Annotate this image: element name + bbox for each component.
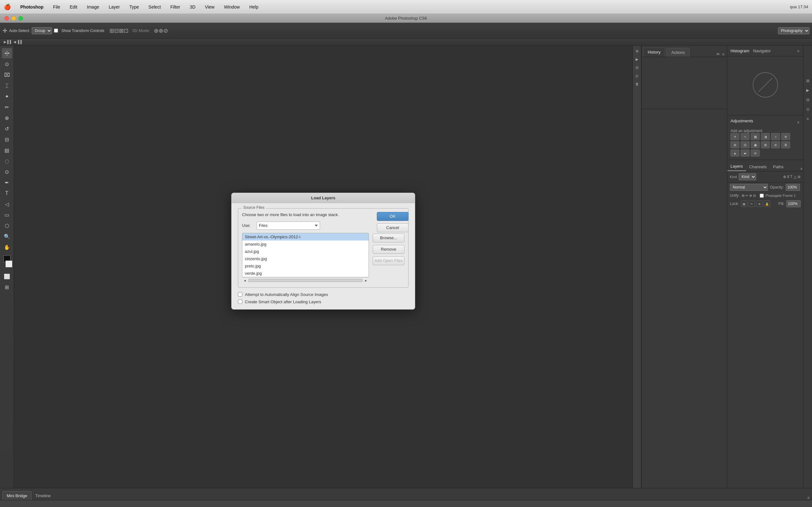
ok-button[interactable]: OK xyxy=(377,212,409,221)
layers-kind-select[interactable]: Kind xyxy=(739,173,756,180)
close-button[interactable] xyxy=(4,16,9,20)
adj-color-balance[interactable]: ⊞ xyxy=(730,141,740,148)
tool-hand[interactable]: ✋ xyxy=(2,242,12,252)
minimize-button[interactable] xyxy=(11,16,16,20)
tool-stamp[interactable]: ⊕ xyxy=(2,113,12,123)
mini-bar-btn-2[interactable]: ▶ xyxy=(804,87,811,94)
list-item[interactable]: amarelo.jpg xyxy=(242,240,368,248)
tool-eyedropper[interactable]: ⌶ xyxy=(2,80,12,91)
menu-edit[interactable]: Edit xyxy=(68,4,79,10)
tool-screen-mode[interactable]: ⊞ xyxy=(2,282,12,292)
strip-btn-3[interactable]: ⊟ xyxy=(633,64,641,71)
strip-btn-4[interactable]: ◎ xyxy=(633,72,641,79)
mini-bar-btn-5[interactable]: ≡ xyxy=(804,115,811,122)
background-color[interactable] xyxy=(5,261,12,268)
add-open-files-button[interactable]: Add Open Files xyxy=(373,257,404,265)
list-item[interactable]: Street-Art-vs.-Olympics-2012-i xyxy=(242,233,368,240)
adj-channel-mixer[interactable]: ⊠ xyxy=(761,141,770,148)
list-item[interactable]: verde.jpg xyxy=(242,270,368,277)
propagate-frame-checkbox[interactable] xyxy=(760,193,764,198)
file-list[interactable]: Street-Art-vs.-Olympics-2012-i amarelo.j… xyxy=(242,233,369,277)
tab-actions[interactable]: Actions xyxy=(666,48,690,57)
tool-text[interactable]: T xyxy=(2,188,12,199)
tool-gradient[interactable]: ▤ xyxy=(2,145,12,155)
apple-menu[interactable]: 🍎 xyxy=(4,3,11,10)
tab-navigator[interactable]: Navigator xyxy=(753,49,771,53)
tool-dodge[interactable]: ⊙ xyxy=(2,167,12,177)
tab-channels[interactable]: Channels xyxy=(746,163,770,171)
tab-histogram[interactable]: Histogram xyxy=(730,49,749,53)
list-item[interactable]: azul.jpg xyxy=(242,248,368,255)
menu-layer[interactable]: Layer xyxy=(107,4,122,10)
adj-gradient-map[interactable]: ▰ xyxy=(741,150,750,157)
menu-select[interactable]: Select xyxy=(147,4,163,10)
tool-brush[interactable]: ✏ xyxy=(2,102,12,112)
tool-pen[interactable]: ✒ xyxy=(2,177,12,187)
use-select[interactable]: Files Folder Open Files xyxy=(257,222,320,230)
lock-pixels-icon[interactable]: ✏ xyxy=(749,201,755,207)
list-item[interactable]: cinzento.jpg xyxy=(242,255,368,262)
tab-history[interactable]: History xyxy=(643,48,665,57)
strip-btn-2[interactable]: ▶ xyxy=(633,56,641,63)
file-scrollbar[interactable]: ◄ ► xyxy=(242,277,369,284)
smart-object-checkbox[interactable] xyxy=(238,299,242,304)
tool-path-select[interactable]: ◁ xyxy=(2,199,12,209)
maximize-button[interactable] xyxy=(18,16,23,20)
lock-transparent-icon[interactable]: ▦ xyxy=(741,201,747,207)
fill-input[interactable] xyxy=(786,200,801,207)
scroll-track[interactable] xyxy=(248,279,362,282)
adj-posterize[interactable]: ≣ xyxy=(781,141,790,148)
adj-invert[interactable]: ⊛ xyxy=(771,141,780,148)
mini-bar-btn-1[interactable]: ⊞ xyxy=(804,77,811,84)
menu-filter[interactable]: Filter xyxy=(168,4,182,10)
remove-button[interactable]: Remove xyxy=(373,245,404,254)
auto-align-label[interactable]: Attempt to Automatically Align Source Im… xyxy=(245,292,328,297)
menu-file[interactable]: File xyxy=(51,4,62,10)
tool-history-brush[interactable]: ↺ xyxy=(2,124,12,134)
menu-window[interactable]: Window xyxy=(222,4,242,10)
tool-eraser[interactable]: ⊟ xyxy=(2,134,12,145)
adj-levels[interactable]: ▦ xyxy=(751,133,760,140)
panel-menu-icon[interactable]: ≡ xyxy=(722,52,725,57)
blend-mode-select[interactable]: Normal Multiply Screen xyxy=(730,184,768,191)
tool-zoom[interactable]: 🔍 xyxy=(2,231,12,241)
tool-quickmask[interactable]: ⬜ xyxy=(2,271,12,281)
strip-btn-1[interactable]: ⊞ xyxy=(633,48,641,55)
adj-hsl[interactable]: ⊕ xyxy=(781,133,790,140)
tab-paths[interactable]: Paths xyxy=(770,163,786,171)
adj-bw[interactable]: ⊟ xyxy=(741,141,750,148)
tool-lasso[interactable]: ⊙ xyxy=(2,59,12,69)
tab-timeline[interactable]: Timeline xyxy=(32,492,55,500)
scroll-left-btn[interactable]: ◄ xyxy=(243,279,247,282)
strip-btn-5[interactable]: 🗑 xyxy=(633,80,641,88)
tool-move[interactable] xyxy=(2,48,12,58)
tool-crop[interactable]: ⌧ xyxy=(2,70,12,80)
scroll-right-btn[interactable]: ► xyxy=(364,279,368,282)
menu-view[interactable]: View xyxy=(203,4,216,10)
tab-mini-bridge[interactable]: Mini Bridge xyxy=(3,491,32,500)
mini-bar-btn-3[interactable]: ⊟ xyxy=(804,96,811,103)
show-transform-checkbox[interactable] xyxy=(54,29,58,33)
menu-help[interactable]: Help xyxy=(247,4,260,10)
opacity-input[interactable] xyxy=(786,184,800,191)
bottom-panel-collapse[interactable]: ≡ xyxy=(807,496,809,500)
browse-button[interactable]: Browse... xyxy=(373,233,404,242)
adj-exposure[interactable]: ◑ xyxy=(761,133,770,140)
smart-object-label[interactable]: Create Smart Object after Loading Layers xyxy=(245,299,321,304)
layers-menu-icon[interactable]: ≡ xyxy=(800,166,803,171)
adj-selective-color[interactable]: ⊜ xyxy=(751,150,760,157)
adj-photo-filter[interactable]: ▣ xyxy=(751,141,760,148)
cancel-button[interactable]: Cancel xyxy=(377,223,409,232)
auto-align-checkbox[interactable] xyxy=(238,292,242,297)
adjustments-menu-icon[interactable]: ≡ xyxy=(797,120,800,125)
move-tool-icon[interactable]: ✛ xyxy=(3,27,7,34)
menu-type[interactable]: Type xyxy=(128,4,141,10)
menu-3d[interactable]: 3D xyxy=(188,4,197,10)
tool-spot-heal[interactable]: ✦ xyxy=(2,91,12,101)
adj-vibrance[interactable]: ▿ xyxy=(771,133,780,140)
menu-photoshop[interactable]: Photoshop xyxy=(18,4,45,10)
adj-threshold[interactable]: ▲ xyxy=(730,150,740,157)
menu-image[interactable]: Image xyxy=(85,4,101,10)
auto-select-dropdown[interactable]: Group Layer xyxy=(32,27,52,34)
tool-shape[interactable]: ▭ xyxy=(2,210,12,220)
